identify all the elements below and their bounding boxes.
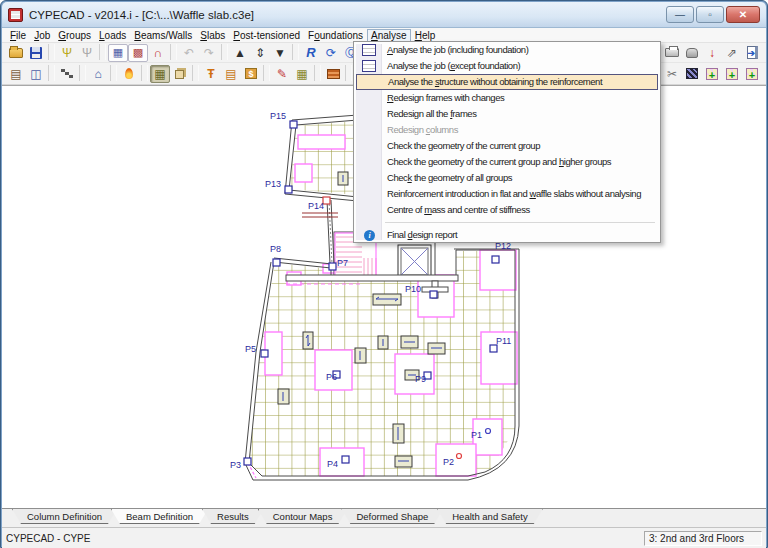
tab-contour-maps[interactable]: Contour Maps xyxy=(258,509,348,524)
menu-item-final-design-report[interactable]: i Final design report xyxy=(356,227,658,243)
wall-icon[interactable] xyxy=(323,65,343,83)
tab-deformed-shape[interactable]: Deformed Shape xyxy=(341,509,443,524)
title-bar: CYPECAD - v2014.i - [C:\...\Waffle slab.… xyxy=(2,2,766,28)
stairs-icon[interactable] xyxy=(57,65,77,83)
print-icon[interactable] xyxy=(662,44,682,62)
waffle-slab-icon[interactable]: ▦ xyxy=(292,65,312,83)
export-icon[interactable]: ↓ xyxy=(702,44,722,62)
toolbar-separator xyxy=(263,65,270,81)
toolbar-separator xyxy=(48,65,55,81)
tab-health-and-safety[interactable]: Health and Safety xyxy=(437,509,543,524)
analyse-except-foundation-icon xyxy=(362,60,376,72)
add-group-view-icon[interactable]: + xyxy=(722,65,742,83)
window-manager-icon[interactable]: ▦ xyxy=(108,44,128,62)
toolbar-separator xyxy=(192,65,199,81)
resources-icon[interactable]: Ψ xyxy=(57,44,77,62)
job-report-icon[interactable]: ▤ xyxy=(6,65,26,83)
menu-item-analyse-including[interactable]: Analyse the job (including foundation) xyxy=(356,42,658,58)
slab-takeoff-icon[interactable]: $ xyxy=(241,65,261,83)
column-label-p9: P9 xyxy=(415,374,426,384)
info-icon: i xyxy=(364,230,375,241)
tab-column-definition[interactable]: Column Definition xyxy=(12,509,117,524)
send-report-icon[interactable]: ⇗ xyxy=(722,44,742,62)
general-data-icon[interactable]: ◫ xyxy=(26,65,46,83)
print-preview-icon[interactable] xyxy=(682,44,702,62)
flat-slab-icon[interactable]: ▤ xyxy=(221,65,241,83)
minimize-button[interactable]: — xyxy=(666,6,694,23)
menu-item-redesign-all-frames[interactable]: Redesign all the frames xyxy=(356,106,658,122)
edit-reinforcement-icon[interactable]: ✎ xyxy=(272,65,292,83)
group-up-icon[interactable]: ▲ xyxy=(230,44,250,62)
wall-end-marker xyxy=(323,197,330,204)
column-label-p1: P1 xyxy=(471,430,482,440)
add-view-icon[interactable]: + xyxy=(702,65,722,83)
tab-results[interactable]: Results xyxy=(202,509,264,524)
current-view-icon[interactable]: ▦ xyxy=(150,65,170,83)
group-select-icon[interactable]: ⇕ xyxy=(250,44,270,62)
menu-analyse[interactable]: Analyse xyxy=(367,29,411,42)
snap-magnet-icon[interactable]: ∩ xyxy=(148,44,168,62)
menu-post-tensioned[interactable]: Post-tensioned xyxy=(229,29,304,42)
restore-button[interactable]: ▫ xyxy=(696,6,724,23)
menu-groups[interactable]: Groups xyxy=(54,29,95,42)
window-title: CYPECAD - v2014.i - [C:\...\Waffle slab.… xyxy=(29,9,254,21)
column-label-p11: P11 xyxy=(496,336,511,346)
column-label-p14: P14 xyxy=(308,201,324,211)
menu-job[interactable]: Job xyxy=(30,29,54,42)
resources-off-icon[interactable]: Ψ xyxy=(77,44,97,62)
measure-icon[interactable]: ✂ xyxy=(662,65,682,83)
save-job-icon[interactable] xyxy=(26,44,46,62)
exit-icon[interactable]: ➔ xyxy=(742,44,762,62)
analyse-including-foundation-icon xyxy=(362,44,376,56)
column-label-p13: P13 xyxy=(265,179,281,189)
column-label-p10: P10 xyxy=(405,284,421,294)
toolbar-separator xyxy=(345,65,352,81)
undo-icon[interactable]: ↶ xyxy=(179,44,199,62)
close-button[interactable]: ✕ xyxy=(726,6,760,23)
menu-separator xyxy=(385,222,655,223)
add-detail-view-icon[interactable]: + xyxy=(742,65,762,83)
building-icon[interactable]: ⌂ xyxy=(88,65,108,83)
tab-beam-definition[interactable]: Beam Definition xyxy=(111,509,208,524)
toolbar-separator xyxy=(314,65,321,81)
menu-loads[interactable]: Loads xyxy=(95,29,130,42)
menu-item-redesign-frames-changes[interactable]: Redesign frames with changes xyxy=(356,90,658,106)
menu-item-check-geometry-all[interactable]: Check the geometry of all groups xyxy=(356,170,658,186)
menu-file[interactable]: File xyxy=(6,29,30,42)
status-bar: CYPECAD - CYPE 3: 2nd and 3rd Floors xyxy=(2,527,766,548)
menu-item-redesign-columns: Redesign columns xyxy=(356,122,658,138)
menu-item-check-geometry-current[interactable]: Check the geometry of the current group xyxy=(356,138,658,154)
menu-item-check-geometry-higher[interactable]: Check the geometry of the current group … xyxy=(356,154,658,170)
redraw-icon[interactable]: R xyxy=(301,44,321,62)
menu-slabs[interactable]: Slabs xyxy=(196,29,229,42)
app-window: CYPECAD - v2014.i - [C:\...\Waffle slab.… xyxy=(0,0,768,548)
layers-icon[interactable]: ▩ xyxy=(128,44,148,62)
open-job-icon[interactable] xyxy=(6,44,26,62)
punching-shear-icon[interactable]: Ŧ xyxy=(201,65,221,83)
analyse-menu-popup: Analyse the job (including foundation) A… xyxy=(353,41,661,243)
column-label-p6: P6 xyxy=(326,372,337,382)
toolbar-separator xyxy=(292,44,299,60)
3d-view-icon[interactable] xyxy=(170,65,190,83)
hatch-views-icon[interactable] xyxy=(682,65,702,83)
toolbar-separator xyxy=(170,44,177,60)
menu-item-reinforcement-introduction[interactable]: Reinforcement introduction in flat and w… xyxy=(356,186,658,202)
menu-item-analyse-without-reinforcement[interactable]: Analyse the structure without obtaining … xyxy=(356,74,658,90)
column-label-p7: P7 xyxy=(337,258,348,268)
menu-help[interactable]: Help xyxy=(411,29,440,42)
menu-item-analyse-except[interactable]: Analyse the job (except foundation) xyxy=(356,58,658,74)
toolbar-separator xyxy=(221,44,228,60)
redo-icon[interactable]: ↷ xyxy=(199,44,219,62)
fire-resistance-icon[interactable] xyxy=(119,65,139,83)
toolbar-separator xyxy=(99,44,106,60)
column-label-p4: P4 xyxy=(327,459,338,469)
menu-foundations[interactable]: Foundations xyxy=(304,29,367,42)
group-down-icon[interactable]: ▼ xyxy=(270,44,290,62)
column-label-p15: P15 xyxy=(270,111,286,121)
status-text: CYPECAD - CYPE xyxy=(6,533,90,544)
column-label-p5: P5 xyxy=(245,344,256,354)
menu-item-centre-of-mass[interactable]: Centre of mass and centre of stiffness xyxy=(356,202,658,218)
rotate-view-icon[interactable]: ⟳ xyxy=(321,44,341,62)
menu-beams-walls[interactable]: Beams/Walls xyxy=(130,29,196,42)
elevator-shaft xyxy=(398,245,431,278)
